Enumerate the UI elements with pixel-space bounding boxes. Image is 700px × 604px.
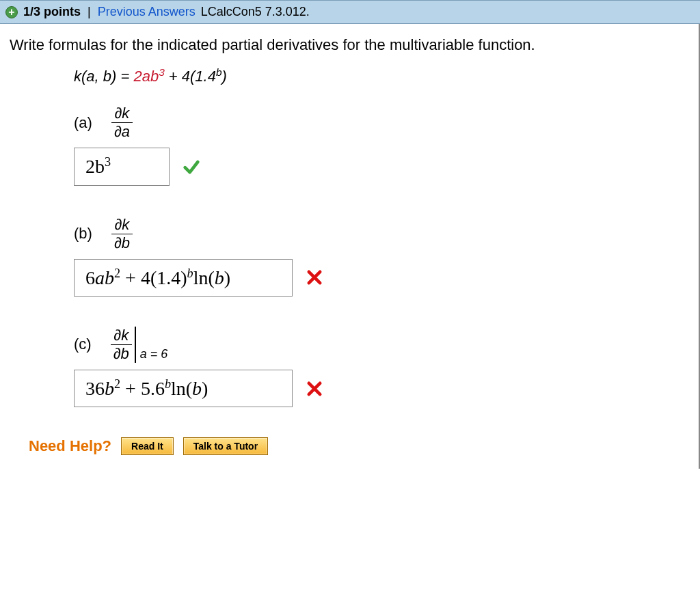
question-prompt: Write formulas for the indicated partial…	[10, 36, 689, 54]
function-close: )	[221, 68, 226, 85]
ans-b-seg8: )	[224, 267, 230, 288]
ans-c-seg1: 36	[85, 378, 105, 399]
talk-to-tutor-button[interactable]: Talk to a Tutor	[183, 437, 268, 455]
ans-b-seg4: + 4(1.4)	[120, 267, 187, 288]
cross-icon	[305, 379, 324, 398]
ans-b-seg2: ab	[95, 267, 114, 288]
partial-dk-db: ∂k ∂b	[111, 216, 133, 252]
points-label: 1/3 points	[23, 5, 81, 19]
function-prefix: k(a, b) =	[74, 68, 133, 85]
separator: |	[88, 5, 91, 19]
ans-b-seg3: 2	[114, 266, 120, 280]
answer-box-c[interactable]: 36b2 + 5.6bln(b)	[74, 370, 293, 407]
answer-box-a[interactable]: 2b3	[74, 148, 170, 185]
function-term2: + 4(1.4	[165, 68, 216, 85]
part-a: (a) ∂k ∂a 2b3	[74, 105, 689, 185]
expand-icon[interactable]: +	[5, 6, 18, 18]
previous-answers-link[interactable]: Previous Answers	[98, 5, 196, 19]
ans-b-seg1: 6	[85, 267, 95, 288]
partial-dk-da: ∂k ∂a	[111, 105, 133, 141]
ans-c-seg5: b	[165, 377, 171, 391]
ans-c-seg4: + 5.6	[120, 378, 165, 399]
partial-denominator: ∂b	[111, 345, 132, 363]
function-term1: 2ab	[133, 68, 159, 85]
need-help-label: Need Help?	[29, 437, 111, 455]
part-b: (b) ∂k ∂b 6ab2 + 4(1.4)bln(b)	[74, 216, 689, 297]
answer-a-base: 2b	[85, 156, 105, 178]
ans-b-seg5: b	[187, 266, 193, 280]
part-b-label: (b)	[74, 225, 92, 243]
question-content: Write formulas for the indicated partial…	[0, 24, 700, 469]
ans-c-seg6: ln(	[171, 378, 192, 399]
ans-c-seg8: )	[202, 378, 208, 399]
partial-denominator: ∂b	[111, 234, 133, 252]
need-help-row: Need Help? Read It Talk to a Tutor	[29, 437, 689, 455]
read-it-button[interactable]: Read It	[121, 437, 174, 455]
partial-numerator: ∂k	[111, 216, 133, 234]
partial-numerator: ∂k	[111, 327, 132, 345]
partial-dk-db-eval: ∂k ∂b a = 6	[111, 327, 168, 363]
ans-b-seg6: ln(	[193, 267, 215, 288]
part-a-label: (a)	[74, 114, 92, 132]
part-c: (c) ∂k ∂b a = 6 36b2 + 5.6bln(b)	[74, 327, 689, 407]
function-term1-exp: 3	[159, 66, 165, 78]
ans-b-seg7: b	[215, 267, 224, 288]
partial-numerator: ∂k	[111, 105, 133, 123]
question-code: LCalcCon5 7.3.012.	[201, 5, 310, 19]
check-icon	[182, 157, 201, 176]
question-header: + 1/3 points | Previous Answers LCalcCon…	[0, 0, 700, 24]
ans-c-seg7: b	[192, 378, 202, 399]
partial-denominator: ∂a	[111, 123, 133, 141]
part-c-label: (c)	[74, 335, 92, 353]
answer-box-b[interactable]: 6ab2 + 4(1.4)bln(b)	[74, 259, 293, 297]
ans-c-seg3: 2	[114, 377, 120, 391]
answer-a-exp: 3	[105, 155, 111, 169]
cross-icon	[305, 268, 324, 287]
eval-at: a = 6	[135, 327, 168, 363]
function-definition: k(a, b) = 2ab3 + 4(1.4b)	[74, 66, 689, 85]
ans-c-seg2: b	[105, 378, 114, 399]
